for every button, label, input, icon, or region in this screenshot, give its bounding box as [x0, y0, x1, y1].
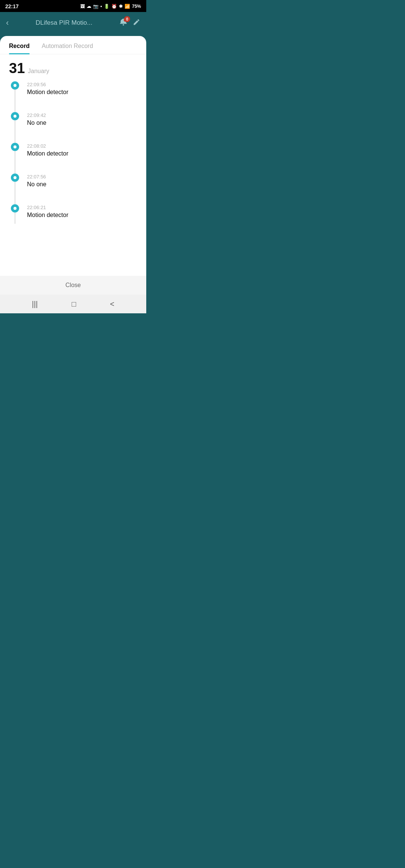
timeline-line: [15, 151, 15, 174]
record-time: 22:06:21: [27, 205, 68, 210]
tabs: Record Automation Record: [0, 36, 146, 54]
alarm-icon: ⏰: [111, 4, 117, 9]
list-item: 22:06:21 Motion detector: [9, 204, 137, 227]
status-battery-text: 75%: [132, 4, 141, 9]
record-time: 22:09:42: [27, 112, 46, 118]
timeline-left: [9, 112, 21, 143]
record-event: No one: [27, 181, 46, 188]
timeline-dot: [11, 81, 19, 90]
svg-point-0: [123, 24, 124, 26]
timeline: 22:09:56 Motion detector 22:09:42 No one: [0, 78, 146, 276]
date-heading: 31 January: [0, 54, 146, 78]
timeline-dot: [11, 174, 19, 182]
home-button[interactable]: □: [69, 297, 79, 311]
edit-icon: [133, 18, 140, 26]
back-nav-button[interactable]: <: [107, 297, 117, 311]
record-time: 22:09:56: [27, 82, 68, 87]
menu-button[interactable]: |||: [29, 297, 41, 311]
status-icons: 🖼 ☁ 📷 • 🔋 ⏰ ✱ 📶 75%: [80, 4, 141, 9]
timeline-dot: [11, 204, 19, 213]
close-bar: Close: [0, 276, 146, 295]
timeline-line: [15, 120, 15, 143]
record-event: Motion detector: [27, 89, 68, 96]
timeline-content: 22:07:56 No one: [27, 174, 46, 197]
timeline-content: 22:08:02 Motion detector: [27, 143, 68, 166]
bottom-nav: ||| □ <: [0, 295, 146, 313]
nav-actions: 0: [119, 18, 140, 28]
record-event: Motion detector: [27, 212, 68, 218]
wifi-icon: 📶: [124, 4, 130, 9]
tab-automation-record[interactable]: Automation Record: [42, 43, 93, 54]
close-button[interactable]: Close: [6, 282, 140, 289]
list-item: 22:07:56 No one: [9, 174, 137, 204]
bluetooth-icon: ✱: [119, 4, 123, 9]
status-time: 22:17: [5, 3, 19, 9]
tab-record[interactable]: Record: [9, 43, 30, 54]
timeline-line: [15, 90, 15, 112]
notification-button[interactable]: 0: [119, 18, 128, 28]
notification-badge: 0: [124, 16, 130, 22]
date-day: 31: [9, 61, 25, 75]
edit-button[interactable]: [133, 18, 140, 28]
record-time: 22:07:56: [27, 174, 46, 180]
timeline-dot: [11, 112, 19, 120]
timeline-left: [9, 143, 21, 174]
timeline-content: 22:09:42 No one: [27, 112, 46, 135]
timeline-content: 22:09:56 Motion detector: [27, 81, 68, 105]
list-item: 22:09:42 No one: [9, 112, 137, 143]
timeline-left: [9, 174, 21, 204]
date-month: January: [28, 68, 49, 75]
cloud-icon: ☁: [87, 4, 91, 9]
nav-title: DLifesa PIR Motio...: [9, 19, 119, 27]
battery-icon: 🔋: [104, 4, 110, 9]
timeline-line: [15, 213, 15, 224]
photo-icon: 🖼: [80, 4, 85, 9]
list-item: 22:09:56 Motion detector: [9, 81, 137, 112]
nav-bar: ‹ DLifesa PIR Motio... 0: [0, 12, 146, 34]
list-item: 22:08:02 Motion detector: [9, 143, 137, 174]
timeline-left: [9, 204, 21, 224]
timeline-left: [9, 81, 21, 112]
main-card: Record Automation Record 31 January 22:0…: [0, 36, 146, 295]
back-button[interactable]: ‹: [6, 18, 9, 28]
record-event: Motion detector: [27, 150, 68, 157]
timeline-dot: [11, 143, 19, 151]
timeline-line: [15, 182, 15, 204]
timeline-content: 22:06:21 Motion detector: [27, 204, 68, 227]
record-time: 22:08:02: [27, 143, 68, 149]
dot-icon: •: [100, 4, 102, 9]
record-event: No one: [27, 120, 46, 126]
status-bar: 22:17 🖼 ☁ 📷 • 🔋 ⏰ ✱ 📶 75%: [0, 0, 146, 12]
instagram-icon: 📷: [93, 4, 99, 9]
